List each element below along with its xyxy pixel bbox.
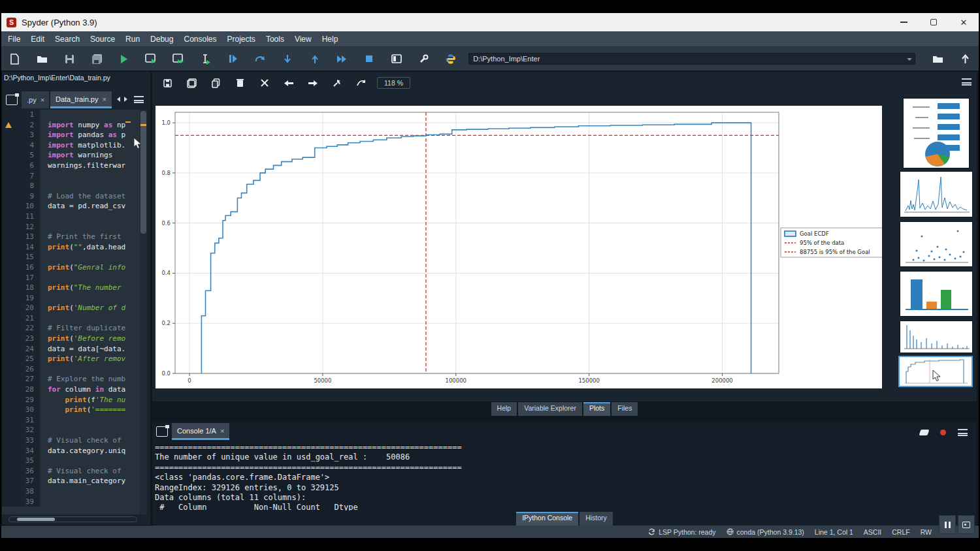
menu-help[interactable]: Help bbox=[317, 35, 344, 44]
step-out-icon[interactable] bbox=[301, 49, 329, 69]
run-cell-icon[interactable] bbox=[138, 49, 165, 69]
working-directory-input[interactable]: D:\Python_Imp\Enter bbox=[468, 53, 915, 65]
code-line[interactable]: 11 bbox=[2, 212, 139, 222]
new-file-icon[interactable] bbox=[1, 49, 29, 69]
debug-cell-icon[interactable] bbox=[246, 49, 274, 69]
code-line[interactable]: 23print('Before remo bbox=[2, 334, 139, 344]
next-plot-icon[interactable] bbox=[301, 75, 325, 91]
console-bottom-tab-ipython-console[interactable]: IPython Console bbox=[516, 512, 578, 526]
run-file-icon[interactable] bbox=[110, 49, 138, 69]
menu-edit[interactable]: Edit bbox=[25, 35, 50, 44]
code-line[interactable]: 37data.main_category bbox=[2, 476, 139, 486]
status-lsp-python-ready[interactable]: LSP Python: ready bbox=[648, 528, 715, 536]
minimize-button[interactable] bbox=[889, 13, 919, 31]
remove-all-plots-icon[interactable] bbox=[252, 75, 276, 91]
save-all-plots-icon[interactable] bbox=[180, 75, 204, 91]
run-selection-icon[interactable] bbox=[192, 49, 220, 69]
menu-view[interactable]: View bbox=[289, 35, 317, 44]
parent-directory-icon[interactable] bbox=[951, 49, 979, 69]
remove-plot-icon[interactable] bbox=[228, 75, 252, 91]
menu-tools[interactable]: Tools bbox=[261, 35, 289, 44]
plot-thumbnail-histogram[interactable] bbox=[900, 321, 973, 353]
path-dropdown-caret[interactable] bbox=[907, 58, 912, 61]
close-tab-icon[interactable]: × bbox=[102, 95, 106, 103]
code-line[interactable]: 9# Load the dataset bbox=[2, 191, 139, 202]
pane-tab-variable-explorer[interactable]: Variable Explorer bbox=[518, 402, 582, 416]
plots-options-menu-icon[interactable] bbox=[962, 78, 972, 86]
code-line[interactable]: 25print('After remov bbox=[2, 354, 139, 364]
code-line[interactable]: 3import pandas as p bbox=[2, 130, 139, 140]
code-line[interactable]: 20print('Number of d bbox=[2, 303, 139, 313]
code-line[interactable]: 34data.category.uniq bbox=[2, 446, 139, 456]
code-line[interactable]: 4import matplotlib. bbox=[2, 140, 139, 151]
plot-thumbnail-spikes[interactable] bbox=[900, 171, 973, 217]
code-line[interactable]: 21 bbox=[2, 313, 139, 324]
editor-vertical-scrollbar[interactable] bbox=[139, 110, 147, 514]
code-line[interactable]: 30 print('======= bbox=[2, 405, 139, 415]
code-line[interactable]: 16print("Genral info bbox=[2, 262, 139, 273]
code-line[interactable]: 27# Explore the numb bbox=[2, 374, 139, 385]
menu-source[interactable]: Source bbox=[85, 35, 120, 44]
status-line-1-col-1[interactable]: Line 1, Col 1 bbox=[815, 528, 853, 536]
code-line[interactable]: 35 bbox=[2, 456, 139, 466]
code-line[interactable]: 33# Visual check of bbox=[2, 435, 139, 446]
code-line[interactable]: 36# Visual check of bbox=[2, 466, 139, 477]
maximize-pane-icon[interactable] bbox=[383, 49, 410, 69]
code-line[interactable]: 12 bbox=[2, 222, 139, 232]
console-tab[interactable]: Console 1/A× bbox=[172, 423, 229, 440]
close-tab-icon[interactable]: × bbox=[220, 427, 224, 435]
code-line[interactable]: 6warnings.filterwar bbox=[2, 161, 139, 171]
status-rw[interactable]: RW bbox=[921, 528, 932, 536]
plot-thumbnail-scatter[interactable] bbox=[900, 221, 973, 267]
menu-run[interactable]: Run bbox=[120, 35, 145, 44]
code-editor[interactable]: 12import numpy as np3import pandas as p4… bbox=[2, 110, 139, 514]
pause-button[interactable] bbox=[939, 515, 956, 534]
code-line[interactable]: 32 bbox=[2, 425, 139, 435]
code-line[interactable]: 39 bbox=[2, 497, 139, 507]
code-line[interactable]: 31 bbox=[2, 415, 139, 426]
code-line[interactable]: 19 bbox=[2, 293, 139, 304]
save-plot-icon[interactable] bbox=[155, 75, 180, 91]
browse-tabs-icon[interactable] bbox=[156, 426, 168, 437]
code-line[interactable]: 18print("The number bbox=[2, 283, 139, 293]
prev-tab-icon[interactable] bbox=[117, 97, 120, 102]
code-line[interactable]: 10data = pd.read_csv bbox=[2, 201, 139, 212]
code-line[interactable]: 7 bbox=[2, 171, 139, 181]
scrollbar-thumb[interactable] bbox=[17, 518, 55, 521]
stop-icon[interactable] bbox=[355, 49, 383, 69]
code-line[interactable]: 13# Print the first bbox=[2, 232, 139, 242]
code-line[interactable]: 2import numpy as np bbox=[2, 120, 139, 131]
copy-plot-icon[interactable] bbox=[204, 75, 228, 91]
python-env-icon[interactable] bbox=[438, 49, 465, 69]
code-line[interactable]: 5import warnings bbox=[2, 150, 139, 161]
open-folder-icon[interactable] bbox=[29, 49, 56, 69]
console-bottom-tab-history[interactable]: History bbox=[580, 512, 613, 526]
zoom-out-icon[interactable] bbox=[349, 75, 373, 91]
menu-consoles[interactable]: Consoles bbox=[178, 35, 221, 44]
preferences-wrench-icon[interactable] bbox=[410, 49, 438, 69]
remove-variables-icon[interactable] bbox=[919, 430, 930, 435]
plot-thumbnail-bars[interactable] bbox=[900, 271, 973, 317]
code-line[interactable]: 29 print(f'The nu bbox=[2, 395, 139, 405]
code-line[interactable]: 22# Filter duplicate bbox=[2, 323, 139, 334]
code-line[interactable]: 28for column in data bbox=[2, 385, 139, 395]
run-cell-advance-icon[interactable] bbox=[165, 49, 192, 69]
close-tab-icon[interactable]: × bbox=[41, 96, 44, 104]
editor-horizontal-scrollbar[interactable] bbox=[2, 515, 150, 524]
previous-plot-icon[interactable] bbox=[276, 75, 301, 91]
next-tab-icon[interactable] bbox=[124, 97, 127, 102]
save-icon[interactable] bbox=[56, 49, 83, 69]
pane-tab-files[interactable]: Files bbox=[612, 402, 638, 416]
code-line[interactable]: 38 bbox=[2, 486, 139, 497]
editor-options-menu-icon[interactable] bbox=[134, 96, 144, 103]
code-line[interactable]: 24data = data[~data. bbox=[2, 344, 139, 354]
status-conda-python-3-9-13[interactable]: conda (Python 3.9.13) bbox=[727, 528, 804, 536]
browse-directory-icon[interactable] bbox=[924, 49, 952, 69]
zoom-in-icon[interactable] bbox=[325, 75, 349, 91]
close-button[interactable]: ✕ bbox=[949, 13, 979, 31]
editor-tab-active[interactable]: Data_train.py× bbox=[50, 91, 112, 108]
pane-tab-help[interactable]: Help bbox=[491, 402, 517, 416]
browse-tabs-icon[interactable] bbox=[6, 95, 18, 105]
console-options-menu-icon[interactable] bbox=[958, 429, 968, 436]
code-line[interactable]: 1 bbox=[2, 110, 139, 120]
